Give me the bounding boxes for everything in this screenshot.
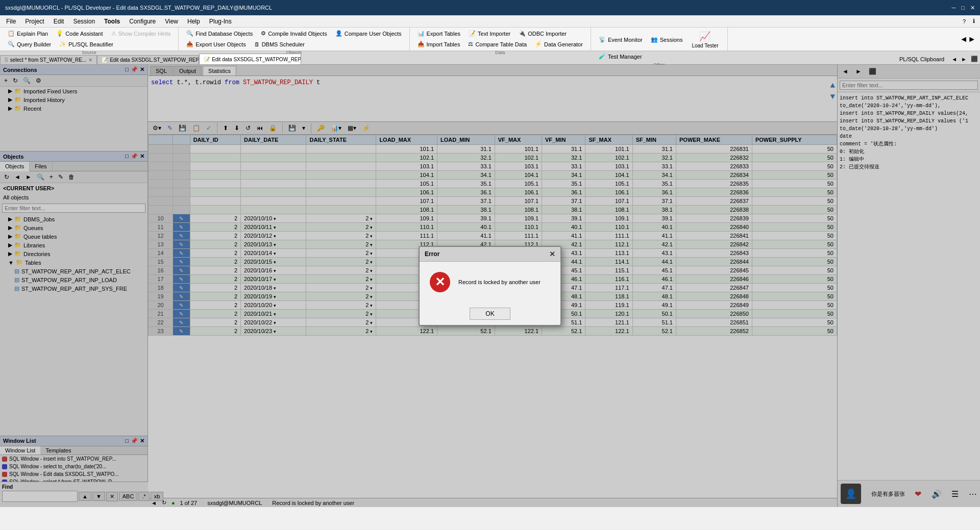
compare-table-icon: ⚖: [468, 41, 473, 47]
compare-user-icon: 👤: [335, 30, 342, 37]
explain-plan-icon: 📋: [8, 30, 15, 37]
menu-project[interactable]: Project: [21, 17, 48, 26]
dbms-icon: 🗓: [254, 41, 260, 47]
odbc-icon: 🔌: [519, 30, 526, 37]
import-tables-btn[interactable]: 📥 Import Tables: [414, 39, 464, 49]
window-controls: ─ □ ✕: [951, 5, 975, 11]
compile-invalid-btn[interactable]: ⚙ Compile Invalid Objects: [257, 29, 331, 38]
edit-icon-3: 📝: [204, 57, 210, 62]
clipboard-popout-btn[interactable]: ⬛: [969, 54, 980, 64]
toolbar-source: 📋 Explain Plan 💡 Code Assistant ⚠ Show C…: [0, 28, 179, 51]
dbms-scheduler-btn[interactable]: 🗓 DBMS Scheduler: [251, 40, 308, 49]
clipboard-expand-btn[interactable]: ◄: [949, 54, 959, 64]
doc-tab-1[interactable]: S select * from ST_WATPOW_RE... ✕: [0, 55, 97, 64]
toolbar-objects: 🔍 Find Database Objects ⚙ Compile Invali…: [179, 28, 409, 51]
maximize-btn[interactable]: □: [961, 5, 965, 11]
menu-file[interactable]: File: [2, 17, 20, 26]
plsql-beautifier-btn[interactable]: ✨ PL/SQL Beautifier: [56, 39, 117, 49]
toolbar: 📋 Explain Plan 💡 Code Assistant ⚠ Show C…: [0, 28, 980, 52]
compare-user-btn[interactable]: 👤 Compare User Objects: [332, 29, 405, 38]
beautifier-icon: ✨: [59, 41, 66, 47]
compare-table-btn[interactable]: ⚖ Compare Table Data: [464, 39, 530, 49]
info-icon[interactable]: ℹ: [970, 17, 978, 26]
text-importer-icon: 📝: [469, 30, 476, 37]
export-user-btn[interactable]: 📤 Export User Objects: [183, 39, 249, 49]
text-importer-btn[interactable]: 📝 Text Importer: [465, 29, 514, 38]
data-gen-icon: ⚡: [535, 41, 542, 47]
odbc-importer-btn[interactable]: 🔌 ODBC Importer: [515, 29, 570, 38]
error-icon: ✕: [430, 272, 450, 292]
dialog-titlebar: Error ✕: [420, 247, 560, 262]
title-bar: sxsdgl@MUMUORCL - PL/SQL Developer - Edi…: [0, 0, 980, 15]
import-tables-icon: 📥: [418, 41, 425, 47]
dialog-ok-button[interactable]: OK: [470, 308, 510, 320]
error-dialog: Error ✕ ✕ Record is locked by another us…: [419, 246, 561, 326]
data-generator-btn[interactable]: ⚡ Data Generator: [531, 39, 586, 49]
sessions-btn[interactable]: 👥 Sessions: [647, 35, 687, 44]
dialog-overlay: Error ✕ ✕ Record is locked by another us…: [0, 65, 980, 507]
compiler-hints-btn[interactable]: ⚠ Show Compiler Hints: [108, 29, 175, 38]
event-monitor-btn[interactable]: 📡 Event Monitor: [595, 35, 646, 44]
query-builder-icon: 🔍: [8, 41, 15, 47]
toolbar-other: 📡 Event Monitor 👥 Sessions 📈 Load Tester…: [591, 28, 728, 51]
compiler-hints-icon: ⚠: [111, 30, 116, 37]
edit-icon-2: 📝: [102, 57, 108, 63]
code-assistant-icon: 💡: [56, 30, 63, 37]
query-builder-btn[interactable]: 🔍 Query Builder: [4, 39, 55, 49]
sessions-icon: 👥: [651, 36, 658, 43]
app-title: sxsdgl@MUMUORCL - PL/SQL Developer - Edi…: [5, 5, 272, 11]
export-tables-btn[interactable]: 📊 Export Tables: [414, 29, 464, 38]
export-user-icon: 📤: [186, 41, 193, 47]
find-db-icon: 🔍: [186, 30, 193, 37]
doc-tab-2[interactable]: 📝 Edit data SXSDGL.ST_WATPOW_REP_DAILY@M…: [97, 55, 199, 64]
close-btn[interactable]: ✕: [970, 5, 975, 11]
sql-icon-1: S: [5, 57, 8, 63]
dialog-close-btn[interactable]: ✕: [549, 250, 555, 258]
tab-close-1[interactable]: ✕: [88, 57, 92, 63]
menu-bar: File Project Edit Session Tools Configur…: [0, 15, 980, 28]
dialog-title: Error: [425, 250, 439, 258]
menu-edit[interactable]: Edit: [50, 17, 68, 26]
toolbar-data: 📊 Export Tables 📝 Text Importer 🔌 ODBC I…: [410, 28, 591, 51]
doc-tab-3[interactable]: 📝 Edit data SXSDGL.ST_WATPOW_REP_DAILY@M…: [199, 54, 301, 64]
event-mon-icon: 📡: [599, 36, 606, 43]
minimize-btn[interactable]: ─: [951, 5, 955, 11]
main-layout: Connections □ 📌 ✕ + ↻ 🔍 ⚙ ▶ 📁 Imported F…: [0, 65, 980, 507]
test-mgr-icon: 🧪: [599, 53, 606, 60]
clipboard-collapse-btn[interactable]: ►: [959, 54, 969, 64]
plsql-clipboard-label: PL/SQL Clipboard: [894, 54, 949, 64]
test-manager-btn[interactable]: 🧪 Test Manager: [595, 52, 646, 61]
compile-icon: ⚙: [261, 30, 266, 37]
load-tester-btn[interactable]: 📈 Load Tester: [687, 29, 723, 51]
dialog-body: ✕ Record is locked by another user: [420, 262, 560, 302]
help-icon[interactable]: ?: [960, 17, 969, 26]
menu-view[interactable]: View: [161, 17, 182, 26]
menu-configure[interactable]: Configure: [125, 17, 160, 26]
scroll-left-btn[interactable]: ◄: [960, 35, 968, 44]
menu-session[interactable]: Session: [69, 17, 99, 26]
code-assistant-btn[interactable]: 💡 Code Assistant: [53, 29, 106, 38]
scroll-right-btn[interactable]: ►: [968, 35, 976, 44]
menu-tools[interactable]: Tools: [100, 17, 124, 26]
menu-plugins[interactable]: Plug-Ins: [205, 17, 236, 26]
export-tables-icon: 📊: [418, 30, 425, 37]
dialog-footer: OK: [420, 302, 560, 325]
explain-plan-btn[interactable]: 📋 Explain Plan: [4, 29, 52, 38]
dialog-message: Record is locked by another user: [458, 279, 541, 285]
load-tester-chart-icon: 📈: [699, 31, 710, 42]
find-db-objects-btn[interactable]: 🔍 Find Database Objects: [183, 29, 256, 38]
menu-help[interactable]: Help: [183, 17, 204, 26]
